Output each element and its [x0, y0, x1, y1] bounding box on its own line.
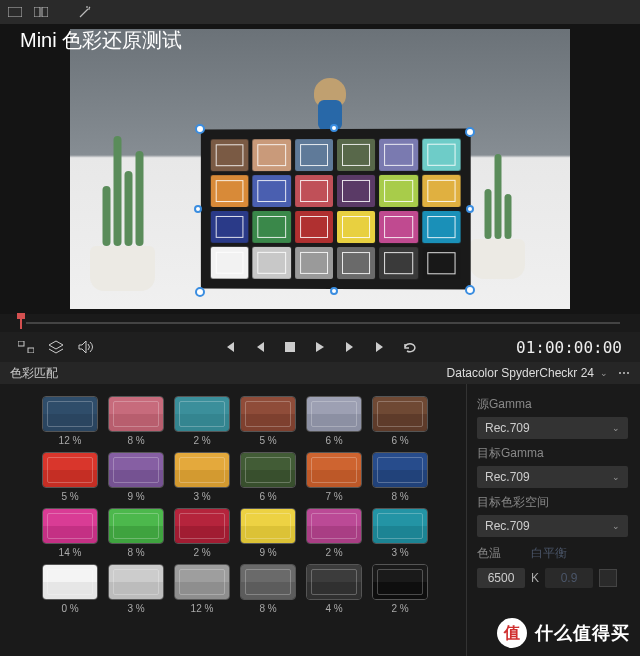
- swatch-box[interactable]: [42, 564, 98, 600]
- jump-end-icon[interactable]: [372, 339, 388, 355]
- swatch-cell[interactable]: 3 %: [174, 452, 230, 502]
- swatch-cell[interactable]: 5 %: [42, 452, 98, 502]
- checker-cell: [211, 247, 249, 279]
- swatch-cell[interactable]: 2 %: [306, 508, 362, 558]
- play-icon[interactable]: [312, 339, 328, 355]
- swatch-box[interactable]: [372, 452, 428, 488]
- swatch-cell[interactable]: 14 %: [42, 508, 98, 558]
- swatch-cell[interactable]: 0 %: [42, 564, 98, 614]
- step-fwd-icon[interactable]: [342, 339, 358, 355]
- swatch-box[interactable]: [240, 564, 296, 600]
- swatch-cell[interactable]: 2 %: [372, 564, 428, 614]
- swatch-cell[interactable]: 8 %: [240, 564, 296, 614]
- swatch-box[interactable]: [372, 396, 428, 432]
- swatch-box[interactable]: [42, 452, 98, 488]
- color-checker-overlay[interactable]: [201, 129, 471, 290]
- swatch-cell[interactable]: 2 %: [174, 396, 230, 446]
- layers-icon[interactable]: [48, 339, 64, 355]
- swatch-percent: 8 %: [127, 435, 144, 446]
- timeline-track[interactable]: [26, 322, 620, 324]
- swatch-cell[interactable]: 6 %: [372, 396, 428, 446]
- swatch-percent: 6 %: [259, 491, 276, 502]
- swatch-box[interactable]: [174, 396, 230, 432]
- swatch-cell[interactable]: 3 %: [108, 564, 164, 614]
- temp-input[interactable]: 6500: [477, 568, 525, 588]
- swatch-box[interactable]: [174, 452, 230, 488]
- swatch-box[interactable]: [306, 508, 362, 544]
- preset-dropdown[interactable]: Datacolor SpyderCheckr 24 ⌄ ⋯: [447, 366, 630, 380]
- swatch-percent: 7 %: [325, 491, 342, 502]
- options-icon[interactable]: ⋯: [618, 366, 630, 380]
- swatch-cell[interactable]: 8 %: [108, 508, 164, 558]
- swatch-cell[interactable]: 5 %: [240, 396, 296, 446]
- swatch-cell[interactable]: 7 %: [306, 452, 362, 502]
- swatch-percent: 2 %: [193, 435, 210, 446]
- svg-rect-1: [34, 7, 40, 17]
- step-back-icon[interactable]: [252, 339, 268, 355]
- swatch-box[interactable]: [108, 396, 164, 432]
- swatch-percent: 5 %: [259, 435, 276, 446]
- swatch-box[interactable]: [174, 508, 230, 544]
- edge-handle-right[interactable]: [466, 205, 474, 213]
- corner-handle-tr[interactable]: [465, 127, 475, 137]
- swatch-box[interactable]: [372, 564, 428, 600]
- jump-start-icon[interactable]: [222, 339, 238, 355]
- checker-cell: [379, 211, 418, 243]
- target-cs-select[interactable]: Rec.709⌄: [477, 515, 628, 537]
- swatch-box[interactable]: [42, 396, 98, 432]
- checker-cell: [337, 175, 375, 207]
- tint-input[interactable]: 0.9: [545, 568, 593, 588]
- swatch-box[interactable]: [240, 452, 296, 488]
- playhead[interactable]: [20, 317, 22, 329]
- swatch-cell[interactable]: 8 %: [108, 396, 164, 446]
- swatch-cell[interactable]: 9 %: [240, 508, 296, 558]
- swatch-cell[interactable]: 12 %: [42, 396, 98, 446]
- swatch-box[interactable]: [174, 564, 230, 600]
- scene-image: [70, 29, 570, 309]
- checker-cell: [379, 247, 418, 279]
- checker-cell: [295, 247, 333, 279]
- swatch-box[interactable]: [306, 564, 362, 600]
- swatch-cell[interactable]: 2 %: [174, 508, 230, 558]
- swatch-cell[interactable]: 3 %: [372, 508, 428, 558]
- magic-wand-icon[interactable]: [76, 5, 94, 19]
- swatch-box[interactable]: [42, 508, 98, 544]
- swatch-cell[interactable]: 6 %: [240, 452, 296, 502]
- view-split-icon[interactable]: [32, 5, 50, 19]
- picker-button[interactable]: [599, 569, 617, 587]
- edge-handle-bottom[interactable]: [330, 287, 338, 295]
- source-gamma-select[interactable]: Rec.709⌄: [477, 417, 628, 439]
- swatch-box[interactable]: [240, 396, 296, 432]
- swatch-box[interactable]: [306, 452, 362, 488]
- panel-title: 色彩匹配: [10, 365, 58, 382]
- checker-cell: [422, 211, 461, 243]
- target-gamma-select[interactable]: Rec.709⌄: [477, 466, 628, 488]
- timeline[interactable]: [0, 314, 640, 332]
- swatch-box[interactable]: [108, 564, 164, 600]
- swatch-cell[interactable]: 6 %: [306, 396, 362, 446]
- corner-handle-tl[interactable]: [195, 124, 205, 134]
- viewer[interactable]: Mini 色彩还原测试: [0, 24, 640, 314]
- swatch-box[interactable]: [240, 508, 296, 544]
- swatch-box[interactable]: [372, 508, 428, 544]
- loop-icon[interactable]: [402, 339, 418, 355]
- volume-icon[interactable]: [78, 339, 94, 355]
- stop-icon[interactable]: [282, 339, 298, 355]
- corner-handle-br[interactable]: [465, 285, 475, 295]
- corner-handle-bl[interactable]: [195, 287, 205, 297]
- swatch-cell[interactable]: 8 %: [372, 452, 428, 502]
- timecode[interactable]: 01:00:00:00: [516, 338, 622, 357]
- edge-handle-top[interactable]: [330, 124, 338, 132]
- view-single-icon[interactable]: [6, 5, 24, 19]
- top-toolbar: [0, 0, 640, 24]
- swatch-percent: 3 %: [193, 491, 210, 502]
- swatch-box[interactable]: [108, 452, 164, 488]
- swatch-cell[interactable]: 4 %: [306, 564, 362, 614]
- swatch-cell[interactable]: 12 %: [174, 564, 230, 614]
- swatch-cell[interactable]: 9 %: [108, 452, 164, 502]
- swatch-box[interactable]: [306, 396, 362, 432]
- swatch-box[interactable]: [108, 508, 164, 544]
- node-graph-icon[interactable]: [18, 339, 34, 355]
- checker-cell: [211, 139, 249, 171]
- edge-handle-left[interactable]: [194, 205, 202, 213]
